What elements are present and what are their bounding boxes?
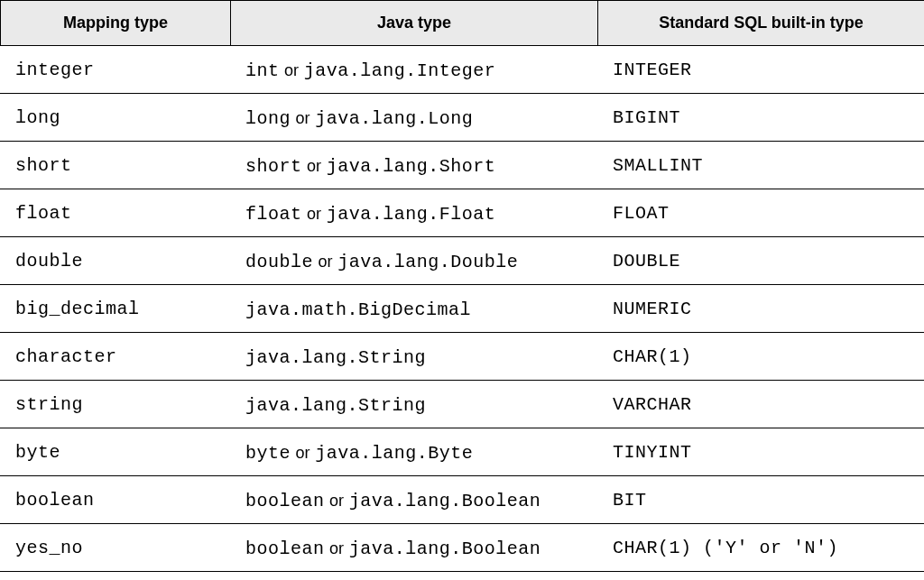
- table-row: bytebyte or java.lang.ByteTINYINT: [1, 428, 925, 476]
- java-wrapper: java.lang.Integer: [304, 60, 496, 81]
- java-wrapper: java.lang.Boolean: [349, 539, 541, 559]
- cell-sql-type: VARCHAR: [598, 381, 925, 428]
- cell-java-type: byte or java.lang.Byte: [231, 428, 598, 476]
- java-wrapper: java.lang.Double: [337, 252, 518, 272]
- or-word: or: [307, 205, 321, 223]
- cell-mapping-type: float: [1, 189, 231, 237]
- table-row: integerint or java.lang.IntegerINTEGER: [1, 46, 925, 94]
- cell-java-type: float or java.lang.Float: [231, 189, 598, 237]
- cell-java-type: long or java.lang.Long: [231, 94, 598, 142]
- cell-mapping-type: short: [1, 142, 231, 189]
- cell-java-type: java.math.BigDecimal: [231, 285, 598, 333]
- table-row: stringjava.lang.StringVARCHAR: [1, 381, 925, 428]
- cell-sql-type: SMALLINT: [598, 142, 925, 189]
- cell-sql-type: DOUBLE: [598, 237, 925, 285]
- cell-mapping-type: yes_no: [1, 524, 231, 572]
- java-class: java.math.BigDecimal: [245, 299, 471, 320]
- java-wrapper: java.lang.Boolean: [349, 491, 541, 511]
- cell-mapping-type: byte: [1, 428, 231, 476]
- java-wrapper: java.lang.Long: [315, 108, 473, 129]
- col-mapping-type: Mapping type: [1, 1, 231, 46]
- or-word: or: [319, 253, 333, 271]
- java-primitive: float: [245, 204, 302, 225]
- or-word: or: [329, 539, 344, 557]
- col-sql-type: Standard SQL built-in type: [598, 1, 925, 46]
- java-primitive: boolean: [245, 491, 325, 511]
- cell-java-type: double or java.lang.Double: [231, 237, 598, 285]
- cell-mapping-type: long: [1, 94, 231, 142]
- or-word: or: [307, 157, 321, 175]
- cell-sql-type: CHAR(1): [598, 333, 925, 381]
- cell-java-type: boolean or java.lang.Boolean: [231, 476, 598, 524]
- table-row: floatfloat or java.lang.FloatFLOAT: [1, 189, 925, 237]
- java-class: java.lang.String: [245, 347, 426, 368]
- cell-mapping-type: double: [1, 237, 231, 285]
- java-wrapper: java.lang.Byte: [315, 443, 473, 464]
- table-row: longlong or java.lang.LongBIGINT: [1, 94, 925, 142]
- type-mapping-table: Mapping type Java type Standard SQL buil…: [0, 0, 924, 580]
- java-class: java.lang.String: [245, 395, 426, 416]
- cell-sql-type: BIGINT: [598, 94, 925, 142]
- cell-java-type: boolean or java.lang.Boolean: [231, 572, 598, 581]
- cell-mapping-type: big_decimal: [1, 285, 231, 333]
- cell-mapping-type: integer: [1, 46, 231, 94]
- or-word: or: [329, 492, 344, 510]
- java-primitive: short: [245, 156, 302, 177]
- table-row: booleanboolean or java.lang.BooleanBIT: [1, 476, 925, 524]
- cell-mapping-type: boolean: [1, 476, 231, 524]
- java-wrapper: java.lang.Short: [327, 156, 496, 177]
- java-primitive: boolean: [245, 539, 325, 559]
- cell-sql-type: INTEGER: [598, 46, 925, 94]
- cell-sql-type: CHAR(1) ('T' or 'F'): [598, 572, 925, 581]
- java-primitive: byte: [245, 443, 291, 464]
- or-word: or: [296, 444, 310, 462]
- cell-sql-type: NUMERIC: [598, 285, 925, 333]
- cell-sql-type: CHAR(1) ('Y' or 'N'): [598, 524, 925, 572]
- cell-mapping-type: true_false: [1, 572, 231, 581]
- table-row: doubledouble or java.lang.DoubleDOUBLE: [1, 237, 925, 285]
- or-word: or: [284, 61, 299, 79]
- java-primitive: double: [245, 252, 313, 272]
- table-row: big_decimaljava.math.BigDecimalNUMERIC: [1, 285, 925, 333]
- col-java-type: Java type: [231, 1, 598, 46]
- cell-java-type: boolean or java.lang.Boolean: [231, 524, 598, 572]
- cell-sql-type: TINYINT: [598, 428, 925, 476]
- cell-java-type: java.lang.String: [231, 381, 598, 428]
- java-primitive: int: [245, 60, 280, 81]
- cell-sql-type: BIT: [598, 476, 925, 524]
- table-row: shortshort or java.lang.ShortSMALLINT: [1, 142, 925, 189]
- table-body: integerint or java.lang.IntegerINTEGERlo…: [1, 46, 925, 581]
- table-row: characterjava.lang.StringCHAR(1): [1, 333, 925, 381]
- table-header: Mapping type Java type Standard SQL buil…: [1, 1, 925, 46]
- cell-java-type: java.lang.String: [231, 333, 598, 381]
- cell-mapping-type: character: [1, 333, 231, 381]
- cell-mapping-type: string: [1, 381, 231, 428]
- table-row: yes_noboolean or java.lang.BooleanCHAR(1…: [1, 524, 925, 572]
- cell-java-type: int or java.lang.Integer: [231, 46, 598, 94]
- cell-sql-type: FLOAT: [598, 189, 925, 237]
- java-wrapper: java.lang.Float: [327, 204, 496, 225]
- table-row: true_falseboolean or java.lang.BooleanCH…: [1, 572, 925, 581]
- java-primitive: long: [245, 108, 291, 129]
- or-word: or: [296, 109, 310, 127]
- cell-java-type: short or java.lang.Short: [231, 142, 598, 189]
